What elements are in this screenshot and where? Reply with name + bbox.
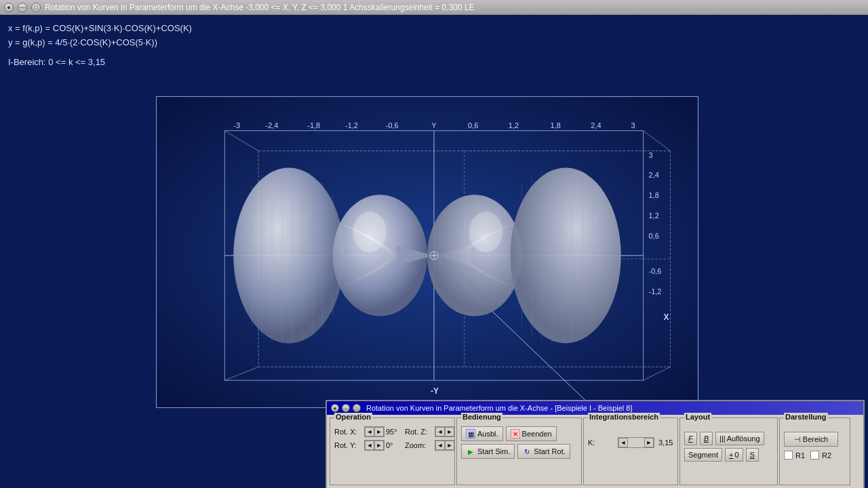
svg-text:0,6: 0,6	[649, 232, 659, 240]
rot-y-slider[interactable]: ◄ ►	[364, 440, 384, 451]
rot-y-right-arrow[interactable]: ►	[374, 441, 384, 450]
3d-viewport: -3 -2,4 -1,8 -1,2 -0,6 Y 0,6 1,2 1,8 2,4…	[156, 96, 698, 408]
svg-text:-2,4: -2,4	[266, 121, 279, 129]
formula-line2: y = g(k,p) = 4/5·(2·COS(K)+COS(5·K))	[8, 36, 192, 50]
k-slider-inner[interactable]	[628, 438, 644, 447]
formula-line4: I-Bereich: 0 <= k <= 3,15	[8, 56, 192, 70]
bereich-icon: ⊣	[794, 435, 801, 444]
rot-x-slider[interactable]: ◄ ►	[364, 426, 384, 437]
svg-point-62	[469, 211, 503, 252]
k-value: 3,15	[658, 439, 673, 447]
bottom-panel: ● — □ Rotation von Kurven in Parameterfo…	[326, 400, 865, 488]
title-bar: ● — □ Rotation von Kurven in Parameterfo…	[0, 0, 868, 15]
panel-btn-max[interactable]: □	[353, 404, 361, 412]
svg-text:-Y: -Y	[431, 386, 439, 396]
k-row: K: ◄ ► 3,15	[588, 437, 673, 448]
segment-label: Segment	[688, 451, 718, 459]
bereich-label: Bereich	[803, 435, 828, 443]
k-right-arrow[interactable]: ►	[644, 438, 654, 447]
section-bedienung: Bedienung ▦ Ausbl. ✕ Beenden ▶ Start Sim…	[456, 418, 582, 485]
window-btn-close[interactable]: ●	[4, 3, 14, 12]
panel-btn-min[interactable]: —	[342, 404, 350, 412]
start-sim-label: Start Sim.	[477, 447, 510, 455]
zoom-right-arrow[interactable]: ►	[445, 441, 454, 450]
svg-text:Y: Y	[431, 121, 437, 129]
svg-point-60	[353, 211, 387, 252]
rot-y-row: Rot. Y: ◄ ► 0° Zoom: ◄ ► 30	[334, 440, 450, 451]
b-label: B	[704, 434, 709, 443]
svg-text:-3: -3	[233, 121, 240, 129]
svg-text:0,6: 0,6	[468, 121, 478, 129]
k-slider[interactable]: ◄ ►	[618, 437, 654, 448]
rot-z-left-arrow[interactable]: ◄	[435, 427, 445, 436]
b-button[interactable]: B	[700, 432, 713, 445]
r1-checkbox[interactable]	[784, 451, 793, 460]
start-sim-button[interactable]: ▶ Start Sim.	[461, 444, 515, 459]
formula-area: x = f(k,p) = COS(K)+SIN(3·K)·COS(K)+COS(…	[8, 22, 192, 69]
svg-point-48	[233, 168, 344, 344]
r2-row: R2	[810, 451, 831, 460]
section-layout: Layout F B ||| Auflösung Segment	[679, 418, 778, 485]
main-content: x = f(k,p) = COS(K)+SIN(3·K)·COS(K)+COS(…	[0, 15, 868, 488]
rot-x-left-arrow[interactable]: ◄	[365, 427, 374, 436]
rot-x-value: 95°	[386, 428, 401, 436]
main-title: Rotation von Kurven in Parameterform um …	[45, 3, 475, 12]
svg-text:3: 3	[631, 121, 635, 129]
btn-row-bottom: ▶ Start Sim. ↻ Start Rot.	[461, 444, 577, 459]
section-integration-title: Integrationsbereich	[588, 413, 660, 421]
f-label: F	[688, 434, 693, 443]
start-rot-button[interactable]: ↻ Start Rot.	[517, 444, 570, 459]
layout-row2: Segment + 0 S	[684, 448, 773, 462]
btn-row-top: ▦ Ausbl. ✕ Beenden	[461, 426, 577, 441]
svg-text:1,8: 1,8	[551, 121, 561, 129]
svg-text:-1,2: -1,2	[345, 121, 358, 129]
ausbl-button[interactable]: ▦ Ausbl.	[461, 426, 503, 441]
svg-text:-1,2: -1,2	[649, 287, 662, 296]
start-rot-icon: ↻	[522, 447, 532, 456]
svg-point-61	[427, 195, 521, 316]
section-integration: Integrationsbereich K: ◄ ► 3,15	[583, 418, 678, 485]
f-button[interactable]: F	[684, 432, 697, 445]
o-button[interactable]: + 0	[725, 448, 743, 462]
rot-x-row: Rot. X: ◄ ► 95° Rot. Z: ◄ ► 45°	[334, 426, 450, 437]
r1-label: R1	[795, 451, 805, 460]
ausbl-label: Ausbl.	[477, 430, 498, 438]
svg-text:3: 3	[649, 151, 653, 159]
section-darstellung-title: Darstellung	[784, 413, 828, 421]
aufloesung-button[interactable]: ||| Auflösung	[715, 432, 764, 445]
ausbl-icon: ▦	[466, 429, 475, 439]
svg-text:1,2: 1,2	[509, 121, 519, 129]
bereich-button[interactable]: ⊣ Bereich	[784, 432, 838, 447]
k-left-arrow[interactable]: ◄	[618, 438, 628, 447]
rot-x-label: Rot. X:	[334, 428, 363, 436]
r1-row: R1	[784, 451, 805, 460]
window-btn-min[interactable]: —	[18, 3, 27, 12]
section-operation-title: Operation	[334, 413, 372, 421]
start-sim-icon: ▶	[466, 447, 475, 456]
section-operation: Operation Rot. X: ◄ ► 95° Rot. Z: ◄ ►	[330, 418, 455, 485]
zoom-slider[interactable]: ◄ ►	[435, 440, 455, 451]
formula-line1: x = f(k,p) = COS(K)+SIN(3·K)·COS(K)+COS(…	[8, 22, 192, 36]
s-button[interactable]: S	[746, 448, 759, 462]
start-rot-label: Start Rot.	[534, 447, 565, 455]
rot-y-left-arrow[interactable]: ◄	[365, 441, 374, 450]
panel-btn-close[interactable]: ●	[331, 404, 339, 412]
rot-x-right-arrow[interactable]: ►	[374, 427, 384, 436]
r2-checkbox[interactable]	[810, 451, 819, 460]
segment-button[interactable]: Segment	[684, 448, 722, 462]
beenden-icon: ✕	[511, 429, 520, 439]
o-label: +	[729, 451, 733, 459]
k-label: K:	[588, 439, 616, 447]
rot-z-label: Rot. Z:	[405, 428, 433, 436]
zoom-left-arrow[interactable]: ◄	[435, 441, 445, 450]
window-btn-max[interactable]: □	[31, 3, 41, 12]
o-value: 0	[734, 451, 738, 459]
svg-text:X: X	[663, 312, 669, 322]
rot-z-slider[interactable]: ◄ ►	[435, 426, 455, 437]
svg-text:2,4: 2,4	[591, 121, 601, 129]
panel-content: Operation Rot. X: ◄ ► 95° Rot. Z: ◄ ►	[327, 415, 863, 488]
rot-y-label: Rot. Y:	[334, 441, 363, 449]
darstellung-content: ⊣ Bereich R1 R2	[784, 432, 846, 462]
beenden-button[interactable]: ✕ Beenden	[506, 426, 557, 441]
rot-z-right-arrow[interactable]: ►	[445, 427, 454, 436]
